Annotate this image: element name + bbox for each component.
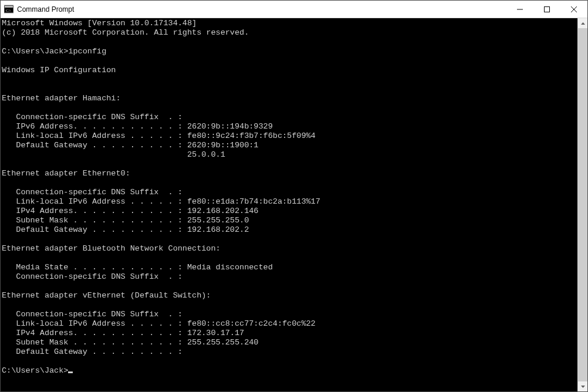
scroll-thumb[interactable] [578, 28, 587, 381]
terminal-output[interactable]: Microsoft Windows [Version 10.0.17134.48… [1, 18, 577, 391]
vertical-scrollbar[interactable] [577, 18, 587, 391]
client-area: Microsoft Windows [Version 10.0.17134.48… [1, 18, 587, 391]
svg-marker-8 [581, 386, 585, 388]
app-icon: C:\ [4, 5, 13, 14]
window-controls [506, 1, 587, 18]
minimize-button[interactable] [506, 1, 533, 18]
scroll-track[interactable] [578, 28, 587, 381]
close-button[interactable] [560, 1, 587, 18]
svg-rect-1 [5, 6, 13, 8]
svg-marker-7 [581, 22, 585, 25]
scroll-down-button[interactable] [578, 381, 587, 391]
maximize-button[interactable] [533, 1, 560, 18]
scroll-up-button[interactable] [578, 18, 587, 28]
titlebar[interactable]: C:\ Command Prompt [1, 1, 587, 18]
window-title: Command Prompt [17, 5, 506, 13]
svg-text:C:\: C:\ [6, 8, 11, 13]
svg-rect-4 [545, 6, 550, 12]
cursor [68, 371, 73, 373]
command-prompt-window: C:\ Command Prompt Microsoft Windows [Ve… [0, 0, 588, 392]
